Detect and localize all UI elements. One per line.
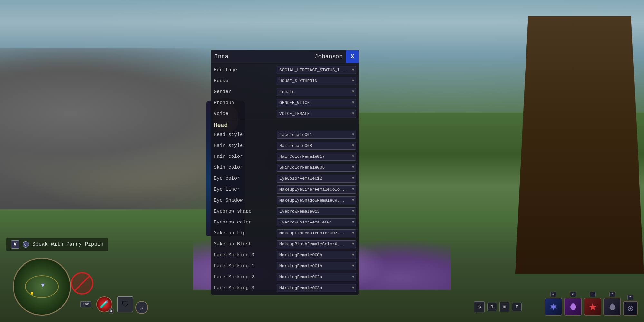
t-button[interactable]: T [512, 303, 522, 311]
ability-svg-1 [549, 302, 558, 311]
hair-style-value: HairFemale008 ▼ [277, 142, 356, 150]
face-marking-3-row: Face Marking 3 MArkingFemale003a ▼ [211, 282, 359, 293]
voice-value: VOICE_FEMALE ▼ [277, 110, 356, 118]
eye-shadow-label: Eye Shadow [214, 198, 277, 203]
face-marking-0-select[interactable]: MarkingFemale000h [277, 251, 356, 259]
eye-liner-label: Eye Liner [214, 187, 277, 192]
face-marking-1-select[interactable]: MarkingFemale001h [277, 262, 356, 270]
ability-bar: & é " " T [545, 292, 638, 316]
ability-icon-4[interactable] [603, 298, 621, 316]
heritage-select[interactable]: SOCIAL_HERITAGE_STATUS_I... [277, 66, 356, 74]
quest-notification: V 🛡 Speak with Parry Pippin [6, 238, 108, 251]
voice-row: Voice VOICE_FEMALE ▼ [211, 108, 359, 119]
editor-fields: Heritage SOCIAL_HERITAGE_STATUS_I... ▼ H… [211, 63, 359, 295]
ability-icon-2[interactable] [564, 298, 582, 316]
heritage-row: Heritage SOCIAL_HERITAGE_STATUS_I... ▼ [211, 64, 359, 75]
house-label: House [214, 78, 277, 84]
eye-shadow-value: MakeupEyeShadowFemaleCo... ▼ [277, 196, 356, 204]
gender-label: Gender [214, 89, 277, 95]
face-marking-3-select[interactable]: MArkingFemale003a [277, 284, 356, 292]
character-first-name: Inna [214, 53, 279, 60]
ability-key-3: " [590, 292, 596, 297]
skin-color-label: Skin color [214, 165, 277, 170]
ability-svg-5 [627, 305, 634, 312]
voice-select[interactable]: VOICE_FEMALE [277, 110, 356, 118]
skin-color-select[interactable]: SkinColorFemale006 [277, 164, 356, 172]
heritage-label: Heritage [214, 67, 277, 73]
makeup-blush-row: Make up Blush MakeupBlushFemaleColor0...… [211, 239, 359, 250]
ability-key-2: é [570, 292, 576, 297]
face-marking-3-label: Face Marking 3 [214, 285, 277, 291]
head-style-label: Head style [214, 132, 277, 137]
makeup-lip-row: Make up Lip MakeupLipFemaleColor002... ▼ [211, 228, 359, 239]
eye-color-select[interactable]: EyeColorFemale012 [277, 175, 356, 183]
pronoun-select[interactable]: GENDER_WITCH [277, 99, 356, 107]
makeup-blush-select[interactable]: MakeupBlushFemaleColor0... [277, 240, 356, 248]
face-marking-1-value: MarkingFemale001h ▼ [277, 262, 356, 270]
eyebrow-shape-select[interactable]: EyebrowFemale013 [277, 207, 356, 215]
head-style-row: Head style FaceFemale001 ▼ [211, 129, 359, 140]
face-marking-0-label: Face Marking 0 [214, 252, 277, 258]
ability-svg-4 [608, 302, 617, 311]
inventory-icon-btn[interactable]: ⚙ [474, 301, 485, 312]
eye-liner-value: MakeupEyeLinerFemaleColo... ▼ [277, 185, 356, 194]
skin-color-row: Skin color SkinColorFemale006 ▼ [211, 162, 359, 173]
character-icon[interactable]: ⚔ [135, 301, 148, 314]
gender-select[interactable]: Female [277, 88, 356, 96]
building-background [515, 16, 644, 274]
pronoun-label: Pronoun [214, 100, 277, 106]
eyebrow-color-select[interactable]: EyebrowColorFemale001 [277, 218, 356, 226]
ability-key-1: & [550, 292, 556, 297]
hair-color-row: Hair color HairColorFemale017 ▼ [211, 151, 359, 162]
hair-style-select[interactable]: HairFemale008 [277, 142, 356, 150]
tab-key-btn: Tab [80, 301, 91, 307]
house-row: House HOUSE_SLYTHERIN ▼ [211, 75, 359, 86]
house-select[interactable]: HOUSE_SLYTHERIN [277, 77, 356, 85]
hair-color-select[interactable]: HairColorFemale017 [277, 153, 356, 161]
hair-color-value: HairColorFemale017 ▼ [277, 153, 356, 161]
makeup-lip-select[interactable]: MakeupLipFemaleColor002... [277, 229, 356, 237]
extra-buttons: ⚙ R ⊞ T [474, 301, 522, 312]
editor-name-row: Inna Johanson [211, 50, 359, 63]
face-marking-2-row: Face Marking 2 MarkingFemale002a ▼ [211, 271, 359, 282]
minimap-path [25, 275, 59, 298]
hair-style-label: Hair style [214, 143, 277, 148]
makeup-lip-value: MakeupLipFemaleColor002... ▼ [277, 229, 356, 237]
character-last-name: Johanson [279, 53, 343, 60]
eyebrow-shape-value: EyebrowFemale013 ▼ [277, 207, 356, 215]
makeup-lip-label: Make up Lip [214, 231, 277, 236]
editor-header: Inna Johanson X [211, 50, 359, 63]
minimap [13, 258, 71, 316]
hair-style-row: Hair style HairFemale008 ▼ [211, 140, 359, 151]
flask-count: 0 [108, 308, 114, 314]
ability-icon-5[interactable] [623, 301, 638, 316]
shield-btn[interactable]: 🛡 [117, 296, 133, 312]
skin-color-value: SkinColorFemale006 ▼ [277, 164, 356, 172]
flask-btn[interactable]: 🧪 0 [96, 296, 112, 312]
ability-slot-4: " [603, 292, 621, 316]
ability-icon-3[interactable] [584, 298, 601, 316]
makeup-blush-label: Make up Blush [214, 242, 277, 247]
ability-slot-3: " [584, 292, 601, 316]
face-marking-2-value: MarkingFemale002a ▼ [277, 273, 356, 281]
ability-key-5: T [627, 295, 633, 300]
eyebrow-color-row: Eyebrow color EyebrowColorFemale001 ▼ [211, 217, 359, 228]
pronoun-value: GENDER_WITCH ▼ [277, 99, 356, 107]
face-marking-2-label: Face Marking 2 [214, 274, 277, 280]
grid-icon-btn[interactable]: ⊞ [499, 302, 510, 312]
gender-value: Female ▼ [277, 88, 356, 96]
eye-liner-select[interactable]: MakeupEyeLinerFemaleColo... [277, 185, 356, 194]
face-marking-0-row: Face Marking 0 MarkingFemale000h ▼ [211, 250, 359, 260]
editor-close-button[interactable]: X [346, 50, 359, 63]
head-style-select[interactable]: FaceFemale001 [277, 131, 356, 139]
quest-shield-icon: 🛡 [23, 241, 29, 248]
face-marking-1-row: Face Marking 1 MarkingFemale001h ▼ [211, 260, 359, 271]
r-button[interactable]: R [487, 303, 497, 311]
eye-shadow-select[interactable]: MakeupEyeShadowFemaleCo... [277, 196, 356, 204]
face-marking-2-select[interactable]: MarkingFemale002a [277, 273, 356, 281]
eye-liner-row: Eye Liner MakeupEyeLinerFemaleColo... ▼ [211, 184, 359, 195]
house-value: HOUSE_SLYTHERIN ▼ [277, 77, 356, 85]
ability-slot-2: é [564, 292, 582, 316]
quest-key-label: V [11, 240, 19, 249]
ability-icon-1[interactable] [545, 298, 562, 316]
